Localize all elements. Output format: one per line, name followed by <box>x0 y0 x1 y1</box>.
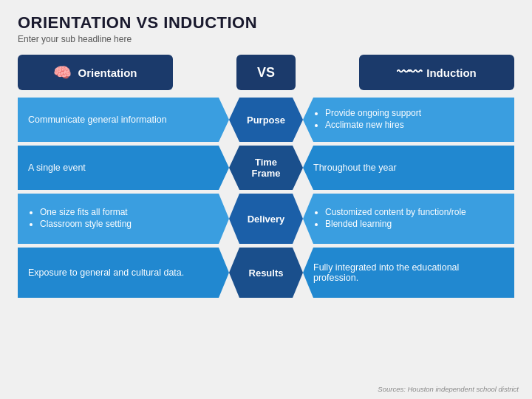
timeframe-row: A single event TimeFrame Throughout the … <box>18 146 514 190</box>
timeframe-left: A single event <box>18 146 229 190</box>
induction-label: Induction <box>426 66 477 79</box>
timeframe-left-text: A single event <box>28 163 86 173</box>
purpose-left-text: Communicate general information <box>28 115 167 125</box>
delivery-right-list: Customized content by function/role Blen… <box>313 207 466 231</box>
main-title: ORIENTATION VS INDUCTION <box>18 13 514 33</box>
vs-label: VS <box>257 65 275 81</box>
results-center-label: Results <box>249 267 284 279</box>
purpose-right-wrap: Provide ongoing support Acclimate new hi… <box>303 98 514 142</box>
delivery-row: One size fits all format Classroom style… <box>18 194 514 244</box>
delivery-center-label: Delivery <box>248 214 285 225</box>
induction-icon: 〰〰 <box>397 65 420 81</box>
delivery-left-wrap: One size fits all format Classroom style… <box>18 194 229 244</box>
delivery-right-wrap: Customized content by function/role Blen… <box>303 194 514 244</box>
timeframe-right-wrap: Throughout the year <box>303 146 514 190</box>
list-item: Customized content by function/role <box>325 207 466 217</box>
purpose-left: Communicate general information <box>18 98 229 142</box>
results-left: Exposure to general and cultural data. <box>18 248 229 298</box>
results-center: Results <box>229 248 303 298</box>
results-left-wrap: Exposure to general and cultural data. <box>18 248 229 298</box>
delivery-left: One size fits all format Classroom style… <box>18 194 229 244</box>
list-item: Blended learning <box>325 219 466 229</box>
comparison-rows: Communicate general information Purpose … <box>18 98 514 298</box>
vs-header: VS <box>236 55 296 90</box>
purpose-center: Purpose <box>229 98 303 142</box>
purpose-right: Provide ongoing support Acclimate new hi… <box>303 98 514 142</box>
timeframe-left-wrap: A single event <box>18 146 229 190</box>
timeframe-right-text: Throughout the year <box>313 163 397 173</box>
delivery-center: Delivery <box>229 194 303 244</box>
list-item: Acclimate new hires <box>325 120 421 130</box>
purpose-center-label: Purpose <box>247 115 285 126</box>
results-right-wrap: Fully integrated into the educational pr… <box>303 248 514 298</box>
delivery-left-list: One size fits all format Classroom style… <box>28 207 132 231</box>
timeframe-right: Throughout the year <box>303 146 514 190</box>
source-note: Sources: Houston independent school dist… <box>378 385 519 393</box>
induction-header: 〰〰 Induction <box>359 55 514 90</box>
header-row: 🧠 Orientation VS 〰〰 Induction <box>18 55 514 90</box>
purpose-right-list: Provide ongoing support Acclimate new hi… <box>313 108 421 132</box>
results-left-text: Exposure to general and cultural data. <box>28 267 184 278</box>
orientation-icon: 🧠 <box>53 64 72 81</box>
timeframe-center: TimeFrame <box>229 146 303 190</box>
list-item: One size fits all format <box>40 207 132 217</box>
slide: ORIENTATION VS INDUCTION Enter your sub … <box>0 0 532 399</box>
results-right: Fully integrated into the educational pr… <box>303 248 514 298</box>
timeframe-center-label: TimeFrame <box>251 157 280 179</box>
purpose-row: Communicate general information Purpose … <box>18 98 514 142</box>
orientation-label: Orientation <box>78 66 137 79</box>
list-item: Classroom style setting <box>40 219 132 229</box>
delivery-right: Customized content by function/role Blen… <box>303 194 514 244</box>
list-item: Provide ongoing support <box>325 108 421 118</box>
orientation-header: 🧠 Orientation <box>18 55 173 90</box>
purpose-left-wrap: Communicate general information <box>18 98 229 142</box>
subtitle: Enter your sub headline here <box>18 34 514 44</box>
results-row: Exposure to general and cultural data. R… <box>18 248 514 298</box>
results-right-text: Fully integrated into the educational pr… <box>313 262 504 283</box>
